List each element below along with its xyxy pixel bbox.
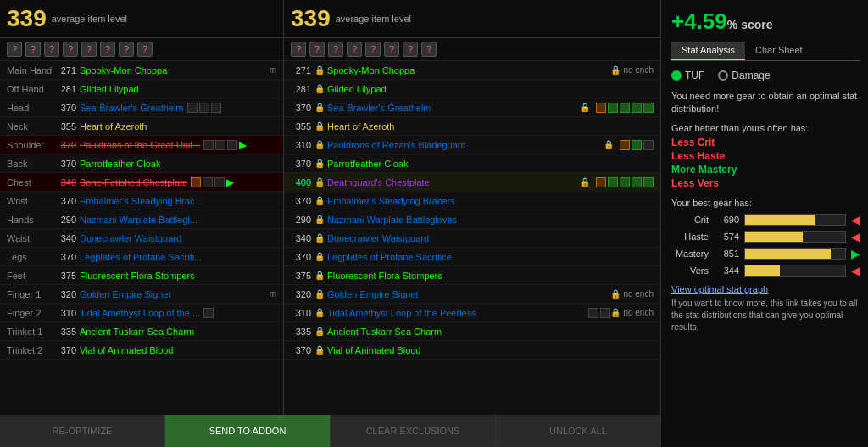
item-name[interactable]: Pauldrons of the Great Unif...: [80, 140, 200, 150]
gem-socket: [608, 103, 618, 113]
score-suffix: % score: [727, 18, 773, 31]
table-row: 355 🔒 Heart of Azeroth: [284, 117, 660, 136]
item-name[interactable]: Gilded Lilypad: [327, 84, 654, 94]
unlock-all-button[interactable]: UNLOCK ALL: [496, 415, 661, 447]
table-row: 400 🔒 Deathguard's Chestplate 🔒: [284, 173, 660, 192]
item-name[interactable]: Legplates of Profane Sacrifice: [327, 252, 654, 262]
item-name[interactable]: Tidal Amethyst Loop of the ...: [80, 308, 200, 318]
bottom-bar: RE-OPTIMIZE SEND TO ADDON CLEAR EXCLUSIO…: [0, 415, 661, 447]
gem-socket: [632, 103, 642, 113]
stat-bar-crit: Crit 690 ◀: [671, 213, 860, 226]
item-name[interactable]: Vial of Animated Blood: [80, 345, 173, 355]
bar-track-mastery: [744, 248, 846, 260]
item-name[interactable]: Ancient Tuskarr Sea Charm: [80, 327, 194, 337]
item-name[interactable]: Fluorescent Flora Stompers: [327, 271, 654, 281]
item-name[interactable]: Parrotfeather Cloak: [80, 159, 160, 169]
gem-socket: [199, 103, 209, 113]
re-optimize-button[interactable]: RE-OPTIMIZE: [0, 415, 165, 447]
lock-icon: 🔒: [314, 252, 325, 261]
left-item-level: 339: [7, 5, 47, 32]
mid-gem-q1: ?: [291, 42, 306, 57]
item-name[interactable]: Pauldrons of Rezan's Bladeguard: [327, 140, 604, 150]
item-name[interactable]: Fluorescent Flora Stompers: [80, 271, 195, 281]
lock-icon: 🔒: [314, 121, 325, 131]
item-name[interactable]: Tidal Amethyst Loop of the Peerless: [327, 308, 585, 318]
table-row: 370 🔒 Legplates of Profane Sacrifice: [284, 248, 660, 266]
table-row: 310 🔒 Pauldrons of Rezan's Bladeguard 🔒: [284, 136, 660, 154]
gem-socket: [643, 177, 654, 187]
item-name[interactable]: Parrotfeather Cloak: [327, 159, 654, 169]
link-description: If you want to know more, this link take…: [671, 298, 860, 333]
lock-icon: 🔒: [314, 271, 325, 280]
mid-gem-q3: ?: [328, 42, 343, 57]
item-name[interactable]: Vial of Animated Blood: [327, 345, 654, 355]
bar-track-crit: [744, 214, 846, 226]
table-row: Back 370 Parrotfeather Cloak: [0, 154, 283, 173]
item-name[interactable]: Embalmer's Steadying Brac...: [80, 196, 203, 206]
item-name[interactable]: Gilded Lilypad: [80, 84, 139, 94]
item-name[interactable]: Dunecrawler Waistguard: [327, 233, 654, 243]
item-name[interactable]: Legplates of Profane Sacrifi...: [80, 252, 202, 262]
item-name[interactable]: Heart of Azeroth: [327, 121, 654, 131]
mid-gear-list: 271 🔒 Spooky-Mon Choppa 🔒 no ench 281 🔒 …: [284, 61, 660, 447]
table-row: 370 🔒 Embalmer's Steadying Bracers: [284, 192, 660, 210]
item-name[interactable]: Golden Empire Signet: [80, 289, 171, 299]
item-name[interactable]: Dunecrawler Waistguard: [80, 233, 181, 243]
gem-socket: [214, 177, 225, 187]
lock-icon: 🔒: [314, 327, 325, 336]
gem-socket: [643, 140, 654, 150]
table-row: 271 🔒 Spooky-Mon Choppa 🔒 no ench: [284, 61, 660, 80]
gem-q3: ?: [44, 42, 59, 57]
item-name[interactable]: Spooky-Mon Choppa: [80, 65, 167, 75]
item-name[interactable]: Sea-Brawler's Greathelm: [80, 103, 184, 113]
gem-socket: [191, 177, 201, 187]
optimal-stat-link[interactable]: View optimal stat graph: [671, 284, 860, 294]
radio-tuf-label: TUF: [685, 70, 704, 81]
lock-icon: 🔒: [314, 140, 325, 149]
clear-exclusions-button[interactable]: CLEAR EXCLUSIONS: [331, 415, 496, 447]
gem-q6: ?: [100, 42, 115, 57]
table-row: Trinket 2 370 Vial of Animated Blood: [0, 341, 283, 360]
stats-list: Less Crit Less Haste More Mastery Less V…: [671, 137, 860, 189]
gem-socket: [203, 140, 214, 150]
gem-socket: [203, 177, 213, 187]
item-name[interactable]: Bone-Fetished Chestplate: [80, 177, 187, 187]
stat-bar-vers: Vers 344 ◀: [671, 264, 860, 277]
item-name[interactable]: Spooky-Mon Choppa: [327, 65, 610, 75]
arrow-haste: ◀: [851, 230, 860, 243]
score-display: +4.59% score: [671, 8, 860, 35]
item-name[interactable]: Sea-Brawler's Greathelm: [327, 103, 580, 113]
radio-tuf[interactable]: TUF: [671, 70, 704, 81]
item-name[interactable]: Embalmer's Steadying Bracers: [327, 196, 654, 206]
right-panel: +4.59% score Stat Analysis Char Sheet TU…: [661, 0, 868, 447]
stat-bar-mastery: Mastery 851 ▶: [671, 247, 860, 260]
gem-socket: [596, 177, 606, 187]
gem-socket: [203, 308, 214, 318]
tab-char-sheet[interactable]: Char Sheet: [745, 42, 813, 60]
mid-gem-q4: ?: [347, 42, 362, 57]
item-name[interactable]: Heart of Azeroth: [80, 121, 147, 131]
table-row: Chest 340 Bone-Fetished Chestplate ▶: [0, 173, 283, 192]
item-name[interactable]: Deathguard's Chestplate: [327, 177, 580, 187]
gem-socket: [620, 177, 630, 187]
item-name[interactable]: Golden Empire Signet: [327, 289, 610, 299]
item-name[interactable]: Nazmani Warplate Battlegloves: [327, 215, 654, 225]
score-value: +4.59: [671, 8, 727, 34]
gem-q4: ?: [63, 42, 78, 57]
item-name[interactable]: Nazmani Warplate Battlegl...: [80, 215, 198, 225]
stat-bar-haste: Haste 574 ◀: [671, 230, 860, 243]
radio-dot-tuf: [671, 70, 682, 81]
gem-socket: [632, 177, 642, 187]
item-name[interactable]: Ancient Tuskarr Sea Charm: [327, 327, 654, 337]
lock-icon: 🔒: [314, 65, 325, 75]
mid-gem-q6: ?: [384, 42, 399, 57]
table-row: Feet 375 Fluorescent Flora Stompers: [0, 266, 283, 285]
gem-q1: ?: [7, 42, 22, 57]
gem-socket: [620, 140, 630, 150]
gem-socket: [620, 103, 630, 113]
tab-stat-analysis[interactable]: Stat Analysis: [671, 42, 745, 60]
radio-damage[interactable]: Damage: [718, 70, 770, 81]
table-row: Trinket 1 335 Ancient Tuskarr Sea Charm: [0, 322, 283, 341]
table-row: 320 🔒 Golden Empire Signet 🔒 no ench: [284, 285, 660, 304]
send-to-addon-button[interactable]: SEND TO ADDON: [165, 415, 331, 447]
